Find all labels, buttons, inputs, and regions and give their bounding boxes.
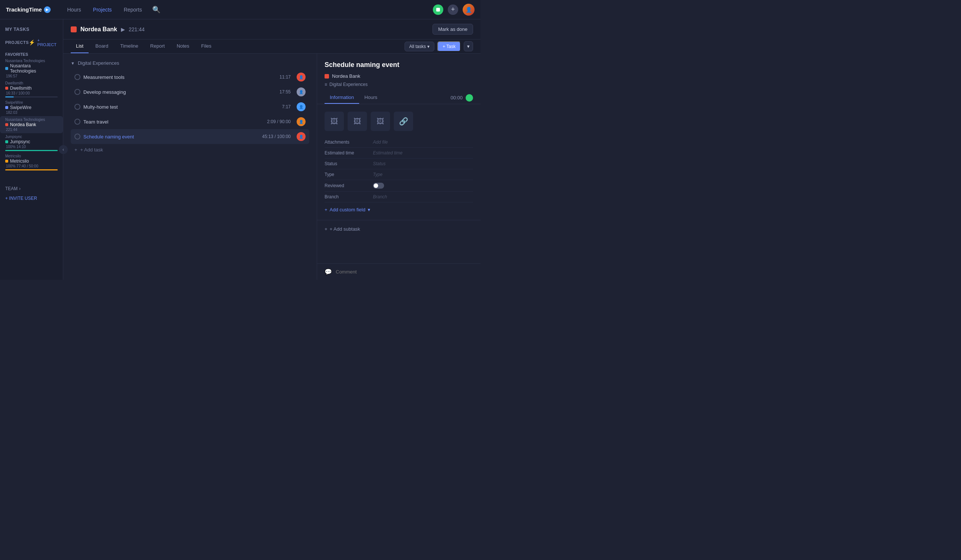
task-name: Multy-home test: [84, 104, 279, 110]
nav-links: Hours Projects Reports 🔍: [63, 5, 433, 15]
add-task-row[interactable]: + + Add task: [71, 144, 309, 156]
filter-icon[interactable]: ⚡: [29, 39, 35, 45]
detail-timer: 00:00: [450, 94, 473, 101]
tab-report[interactable]: Report: [145, 39, 170, 53]
field-rows: Attachments Add file Estimated time Esti…: [317, 137, 480, 202]
nav-reports[interactable]: Reports: [119, 5, 146, 15]
task-row[interactable]: Measurement tools 11:17 👤: [71, 70, 309, 85]
attachment-image-1[interactable]: 🖼: [325, 112, 344, 131]
tab-actions: All tasks ▾ + Task ▾: [405, 41, 473, 52]
group-header[interactable]: ▼ Digital Experiences: [71, 58, 309, 70]
project-time: 16:33 / 100:00: [5, 91, 58, 95]
sidebar-wrapper: MY TASKS PROJECTS ⚡ + PROJECT FAVORITES …: [0, 19, 63, 280]
stop-icon: [436, 8, 440, 11]
add-subtask-button[interactable]: + + Add subtask: [317, 220, 480, 238]
comment-input[interactable]: [336, 269, 473, 274]
tab-board[interactable]: Board: [90, 39, 114, 53]
project-time: 100% 77:40 / 50:00: [5, 164, 58, 168]
attachment-image-3[interactable]: 🖼: [371, 112, 390, 131]
field-value[interactable]: Branch: [373, 194, 473, 199]
reviewed-toggle[interactable]: [373, 183, 384, 189]
project-icon: [71, 26, 77, 32]
search-icon[interactable]: 🔍: [152, 6, 161, 14]
sidebar-my-tasks[interactable]: MY TASKS: [0, 24, 63, 35]
comment-icon: 💬: [325, 268, 332, 275]
nav-projects[interactable]: Projects: [88, 5, 116, 15]
task-row[interactable]: Develop messaging 17:55 👤: [71, 85, 309, 99]
task-checkbox[interactable]: [74, 74, 80, 80]
task-row[interactable]: Team travel 2:09 / 90:00 👤: [71, 114, 309, 129]
comment-area: 💬: [317, 263, 480, 280]
logo[interactable]: TrackingTime ▶: [6, 6, 51, 13]
sidebar: MY TASKS PROJECTS ⚡ + PROJECT FAVORITES …: [0, 19, 63, 280]
sidebar-item-nusantara[interactable]: Nusantara Technologies Nusantara Technol…: [0, 57, 63, 80]
field-value[interactable]: Add file: [373, 140, 473, 145]
task-avatar: 👤: [297, 72, 305, 82]
top-navigation: TrackingTime ▶ Hours Projects Reports 🔍 …: [0, 0, 480, 19]
team-chevron-icon: ›: [19, 186, 21, 191]
sidebar-item-swipewire[interactable]: SwipeWire SwipeWire 182:03: [0, 99, 63, 116]
detail-tab-hours[interactable]: Hours: [359, 91, 382, 104]
sidebar-bottom: TEAM › + INVITE USER: [0, 183, 63, 202]
field-label: Reviewed: [325, 183, 373, 188]
sidebar-projects-section: PROJECTS ⚡ + PROJECT: [0, 35, 63, 51]
project-name: Nusantara Technologies: [5, 63, 58, 74]
field-row-branch: Branch Branch: [325, 192, 473, 202]
sidebar-item-dwellsmith[interactable]: Dwellsmith Dwellsmith 16:33 / 100:00: [0, 80, 63, 99]
add-custom-field-button[interactable]: + Add custom field ▾: [317, 202, 480, 217]
logo-icon: ▶: [44, 6, 51, 13]
project-time: 182:03: [5, 111, 58, 115]
attachment-link[interactable]: 🔗: [394, 112, 413, 131]
mark-done-button[interactable]: Mark as done: [432, 24, 473, 35]
task-breadcrumb: ≡ Digital Experiences: [317, 82, 480, 91]
field-value[interactable]: Status: [373, 161, 473, 166]
task-name: Measurement tools: [84, 74, 276, 80]
field-row-status: Status Status: [325, 159, 473, 169]
tab-notes[interactable]: Notes: [172, 39, 194, 53]
task-row[interactable]: Multy-home test 7:17 👤: [71, 99, 309, 114]
add-button[interactable]: +: [448, 5, 458, 15]
content-area: Nordea Bank ▶ 221:44 Mark as done List B…: [63, 19, 480, 280]
team-section[interactable]: TEAM ›: [0, 183, 63, 194]
attachment-image-2[interactable]: 🖼: [348, 112, 367, 131]
field-value[interactable]: Type: [373, 172, 473, 177]
more-options-button[interactable]: ▾: [464, 41, 473, 51]
project-header: Nordea Bank ▶ 221:44 Mark as done: [63, 19, 480, 39]
task-row-active[interactable]: Schedule naming event 45:13 / 100:00 👤: [71, 129, 309, 144]
task-checkbox[interactable]: [74, 89, 80, 95]
tab-files[interactable]: Files: [196, 39, 217, 53]
task-checkbox[interactable]: [74, 119, 80, 125]
task-name: Team travel: [84, 119, 264, 125]
timer-start-button[interactable]: [466, 94, 473, 101]
status-button[interactable]: [433, 5, 443, 15]
logo-text: TrackingTime: [6, 6, 42, 13]
add-icon: +: [325, 207, 328, 212]
task-checkbox[interactable]: [74, 133, 80, 140]
task-list-area: ▼ Digital Experiences Measurement tools …: [63, 54, 317, 280]
user-avatar[interactable]: 👤: [463, 4, 474, 16]
tab-timeline[interactable]: Timeline: [115, 39, 144, 53]
field-value[interactable]: Estimated time: [373, 150, 473, 156]
sidebar-item-jumpsync[interactable]: Jumpsync Jumpsync 100% 14:10: [0, 133, 63, 152]
detail-tab-information[interactable]: Information: [325, 91, 359, 104]
project-time: 100% 14:10: [5, 145, 58, 149]
sidebar-toggle-button[interactable]: ‹: [59, 145, 68, 154]
invite-user-button[interactable]: + INVITE USER: [0, 194, 63, 202]
all-tasks-button[interactable]: All tasks ▾: [405, 42, 435, 51]
list-panel-row: ▼ Digital Experiences Measurement tools …: [63, 54, 480, 280]
projects-section-label: PROJECTS: [5, 40, 29, 45]
add-project-button[interactable]: + PROJECT: [37, 38, 58, 47]
sidebar-item-nordea[interactable]: Nusantara Technologies Nordea Bank 221:4…: [0, 116, 63, 133]
nav-hours[interactable]: Hours: [63, 5, 85, 15]
play-icon[interactable]: ▶: [121, 26, 125, 32]
add-task-button[interactable]: + Task: [437, 41, 461, 52]
project-title: Nordea Bank: [80, 26, 117, 33]
field-label: Status: [325, 161, 373, 166]
project-company: Metricsilo: [5, 154, 58, 158]
task-name: Develop messaging: [84, 89, 276, 95]
sidebar-section-header: PROJECTS ⚡ + PROJECT: [5, 38, 58, 47]
favorites-label: FAVORITES: [0, 51, 63, 57]
tab-list[interactable]: List: [71, 39, 88, 53]
task-checkbox[interactable]: [74, 104, 80, 110]
sidebar-item-metricsilo[interactable]: Metricsilo Metricsilo 100% 77:40 / 50:00: [0, 152, 63, 172]
